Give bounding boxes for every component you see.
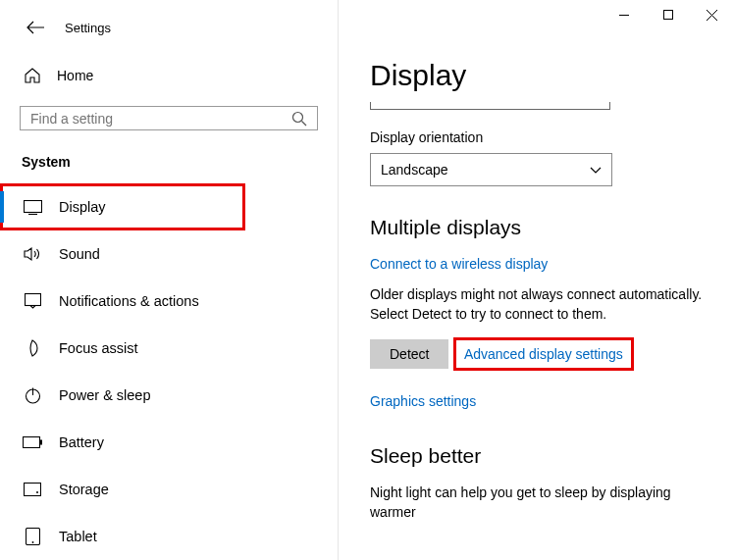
sidebar-item-label: Focus assist — [59, 340, 138, 356]
svg-rect-6 — [24, 200, 41, 212]
bracket-divider — [370, 102, 610, 110]
chevron-down-icon — [590, 167, 602, 174]
search-input[interactable] — [30, 111, 291, 127]
maximize-button[interactable] — [646, 0, 690, 29]
sidebar-item-power-sleep[interactable]: Power & sleep — [0, 372, 338, 419]
detect-description: Older displays might not always connect … — [370, 285, 705, 324]
svg-point-16 — [31, 541, 33, 543]
advanced-display-link[interactable]: Advanced display settings — [464, 346, 623, 362]
back-button[interactable] — [24, 16, 47, 39]
detect-button[interactable]: Detect — [370, 339, 448, 369]
orientation-label: Display orientation — [370, 129, 705, 145]
power-icon — [22, 384, 43, 406]
multiple-displays-heading: Multiple displays — [370, 216, 705, 239]
battery-icon — [22, 432, 43, 453]
orientation-dropdown[interactable]: Landscape — [370, 153, 612, 186]
svg-rect-1 — [663, 11, 672, 20]
sidebar-item-storage[interactable]: Storage — [0, 466, 338, 513]
sidebar-home[interactable]: Home — [0, 55, 338, 96]
svg-point-4 — [293, 112, 303, 122]
display-icon — [22, 196, 43, 218]
storage-icon — [22, 479, 43, 500]
notifications-icon — [22, 290, 43, 312]
svg-line-5 — [302, 121, 307, 126]
sidebar-item-battery[interactable]: Battery — [0, 419, 338, 466]
sidebar-item-label: Sound — [59, 246, 100, 262]
sidebar-item-tablet[interactable]: Tablet — [0, 513, 338, 560]
home-label: Home — [57, 68, 93, 83]
sidebar-item-label: Tablet — [59, 529, 97, 544]
focus-assist-icon — [22, 337, 43, 359]
svg-rect-11 — [24, 437, 40, 448]
sleep-better-heading: Sleep better — [370, 444, 705, 468]
svg-rect-8 — [25, 294, 40, 306]
sidebar-item-label: Notifications & actions — [59, 293, 199, 309]
sidebar: Settings Home System Display — [0, 0, 339, 560]
search-box[interactable] — [20, 106, 318, 130]
page-title: Display — [370, 59, 705, 92]
sidebar-section-label: System — [0, 146, 338, 183]
minimize-button[interactable] — [602, 0, 646, 29]
orientation-value: Landscape — [381, 162, 448, 178]
sidebar-item-label: Storage — [59, 482, 109, 497]
svg-point-14 — [36, 491, 38, 493]
sidebar-item-display[interactable]: Display — [0, 183, 245, 230]
wireless-display-link[interactable]: Connect to a wireless display — [370, 256, 548, 272]
advanced-display-highlight: Advanced display settings — [453, 337, 634, 371]
sidebar-item-sound[interactable]: Sound — [0, 230, 338, 278]
sleep-better-description: Night light can help you get to sleep by… — [370, 484, 705, 522]
sound-icon — [22, 243, 43, 265]
close-button[interactable] — [690, 0, 734, 29]
nav-list: Display Sound Notifications & actions Fo… — [0, 183, 338, 560]
tablet-icon — [22, 526, 43, 547]
window-title: Settings — [65, 21, 111, 35]
svg-rect-12 — [40, 440, 42, 445]
home-icon — [22, 65, 43, 86]
search-icon — [291, 111, 307, 127]
sidebar-item-notifications[interactable]: Notifications & actions — [0, 278, 338, 325]
sidebar-item-label: Power & sleep — [59, 387, 151, 403]
graphics-settings-link[interactable]: Graphics settings — [370, 393, 476, 409]
content: Display Display orientation Landscape Mu… — [339, 0, 734, 560]
svg-rect-13 — [25, 484, 41, 496]
sidebar-item-focus-assist[interactable]: Focus assist — [0, 325, 338, 372]
sidebar-item-label: Display — [59, 199, 106, 215]
sidebar-item-label: Battery — [59, 434, 104, 450]
